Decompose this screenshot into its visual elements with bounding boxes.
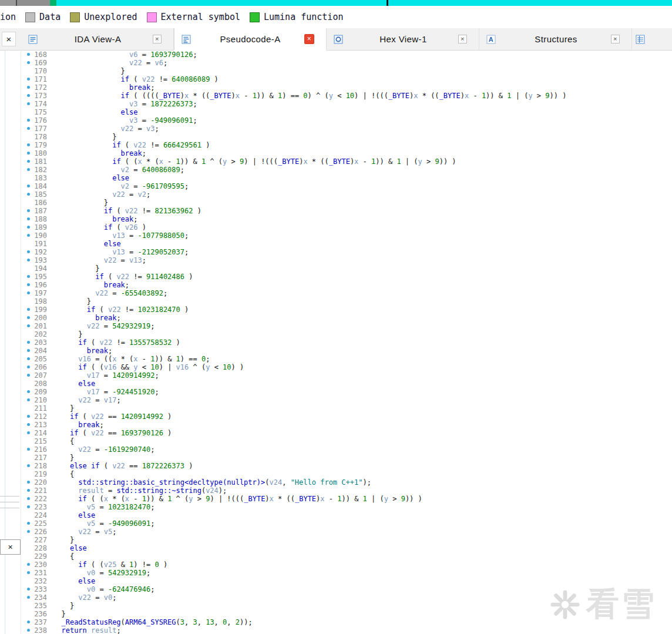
code-line[interactable]: 209 v17 = -924451920; <box>21 388 672 396</box>
code-line[interactable]: 238 return result; <box>21 626 672 634</box>
code-line[interactable]: 190 v13 = -1077988050; <box>21 232 672 240</box>
code-line[interactable]: 210 v22 = v17; <box>21 396 672 404</box>
code-line[interactable]: 202 } <box>21 330 672 338</box>
line-marker-dot <box>26 363 32 371</box>
code-line[interactable]: 213 break; <box>21 421 672 429</box>
code-line[interactable]: 229 { <box>21 552 672 561</box>
code-line[interactable]: 199 if ( v22 != 1023182470 ) <box>21 306 672 314</box>
line-marker-dot <box>26 421 32 429</box>
code-line[interactable]: 215 { <box>21 437 672 445</box>
line-number: 196 <box>32 281 47 289</box>
line-marker-dot <box>26 577 32 585</box>
code-line[interactable]: 232 else <box>21 577 672 585</box>
code-line[interactable]: 183 else <box>21 174 672 182</box>
code-line[interactable]: 214 if ( v22 == 1693790126 ) <box>21 429 672 437</box>
code-line[interactable]: 205 v16 = ((x * (x - 1)) & 1) == 0; <box>21 355 672 363</box>
code-line[interactable]: 182 v2 = 640086089; <box>21 166 672 174</box>
tab-hex-view[interactable]: Hex View-1× <box>327 28 479 50</box>
code-line[interactable]: 198 } <box>21 297 672 306</box>
code-line[interactable]: 175 else <box>21 108 672 116</box>
code-line[interactable]: 225 v5 = -949096091; <box>21 519 672 528</box>
code-line[interactable]: 220 std::string::basic_string<decltype(n… <box>21 478 672 487</box>
code-line[interactable]: 226 v22 = v5; <box>21 528 672 536</box>
code-line[interactable]: 184 v2 = -961709595; <box>21 182 672 190</box>
close-tab-button[interactable]: × <box>304 34 314 44</box>
code-text: v13 = -1077988050; <box>53 232 189 240</box>
close-tab-button[interactable]: × <box>611 35 620 43</box>
code-line[interactable]: 201 v22 = 542932919; <box>21 322 672 330</box>
code-line[interactable]: 172 break; <box>21 83 672 92</box>
code-line[interactable]: 200 break; <box>21 314 672 322</box>
code-line[interactable]: 222 if ( (x * (x - 1)) & 1 ^ (y > 9) | !… <box>21 495 672 503</box>
close-tab-button[interactable]: × <box>153 35 162 43</box>
code-line[interactable]: 187 if ( v22 != 821363962 ) <box>21 207 672 215</box>
code-line[interactable]: 194 } <box>21 264 672 273</box>
code-line[interactable]: 168 v6 = 1693790126; <box>21 51 672 59</box>
code-line[interactable]: 206 if ( (v16 && y < 10) | v16 ^ (y < 10… <box>21 363 672 371</box>
code-line[interactable]: 171 if ( v22 != 640086089 ) <box>21 75 672 83</box>
code-line[interactable]: 217 } <box>21 454 672 462</box>
code-line[interactable]: 195 if ( v22 != 911402486 ) <box>21 273 672 281</box>
tab-enums[interactable] <box>632 28 672 50</box>
code-line[interactable]: 170 } <box>21 67 672 75</box>
code-line[interactable]: 221 result = std::string::~string(v24); <box>21 487 672 495</box>
code-line[interactable]: 181 if ( (x * (x - 1)) & 1 ^ (y > 9) | !… <box>21 157 672 166</box>
code-line[interactable]: 204 break; <box>21 347 672 355</box>
code-line[interactable]: 231 v0 = 542932919; <box>21 569 672 577</box>
navigation-band[interactable] <box>0 0 672 6</box>
code-area[interactable]: 168 v6 = 1693790126;169 v22 = v6;170 }17… <box>21 51 672 634</box>
code-line[interactable]: 189 if ( v26 ) <box>21 223 672 232</box>
close-tab-button[interactable]: × <box>458 35 467 43</box>
code-line[interactable]: 223 v5 = 1023182470; <box>21 503 672 511</box>
code-text: break; <box>53 347 112 355</box>
code-line[interactable]: 178 } <box>21 133 672 141</box>
code-line[interactable]: 234 v22 = v0; <box>21 593 672 602</box>
line-marker-dot <box>26 544 32 552</box>
code-line[interactable]: 203 if ( v22 != 1355758532 ) <box>21 338 672 347</box>
code-line[interactable]: 219 { <box>21 470 672 478</box>
code-line[interactable]: 212 if ( v22 == 1420914992 ) <box>21 412 672 421</box>
tab-label: Structures <box>501 34 611 44</box>
left-pane-close-button[interactable]: × <box>2 32 16 46</box>
code-text: if ( v22 != 821363962 ) <box>53 207 201 215</box>
code-line[interactable]: 216 v22 = -1619290740; <box>21 445 672 454</box>
code-line[interactable]: 233 v0 = -624476946; <box>21 585 672 593</box>
code-line[interactable]: 169 v22 = v6; <box>21 59 672 67</box>
code-line[interactable]: 191 else <box>21 240 672 248</box>
tab-structures[interactable]: AStructures× <box>479 28 632 50</box>
legend-color-swatch <box>25 12 35 22</box>
tab-pseudocode[interactable]: Pseudocode-A× <box>174 28 327 51</box>
code-line[interactable]: 180 break; <box>21 149 672 157</box>
code-line[interactable]: 197 v22 = -655403892; <box>21 289 672 297</box>
code-line[interactable]: 218 else if ( v22 == 1872226373 ) <box>21 462 672 470</box>
tab-ida-view[interactable]: IDA View-A× <box>21 28 174 50</box>
code-line[interactable]: 179 if ( v22 != 666429561 ) <box>21 141 672 149</box>
code-line[interactable]: 192 v13 = -2129052037; <box>21 248 672 256</box>
code-line[interactable]: 235 } <box>21 602 672 610</box>
code-line[interactable]: 185 v22 = v2; <box>21 190 672 199</box>
code-line[interactable]: 208 else <box>21 380 672 388</box>
code-text: break; <box>53 149 146 157</box>
code-line[interactable]: 228 else <box>21 544 672 552</box>
code-line[interactable]: 224 else <box>21 511 672 519</box>
code-line[interactable]: 174 v3 = 1872226373; <box>21 100 672 108</box>
code-line[interactable]: 186 } <box>21 199 672 207</box>
code-line[interactable]: 196 break; <box>21 281 672 289</box>
line-number: 200 <box>32 314 47 322</box>
code-line[interactable]: 227 } <box>21 536 672 544</box>
code-line[interactable]: 211 } <box>21 404 672 412</box>
line-marker-dot <box>26 388 32 396</box>
svg-text:A: A <box>489 36 493 43</box>
line-number: 213 <box>32 421 47 429</box>
dock-panel-close-button[interactable]: × <box>0 539 21 555</box>
code-line[interactable]: 237 _ReadStatusReg(ARM64_SYSREG(3, 3, 13… <box>21 618 672 626</box>
code-line[interactable]: 193 v22 = v13; <box>21 256 672 264</box>
code-line[interactable]: 230 if ( (v25 & 1) != 0 ) <box>21 561 672 569</box>
code-line[interactable]: 188 break; <box>21 215 672 223</box>
code-line[interactable]: 207 v17 = 1420914992; <box>21 371 672 380</box>
code-line[interactable]: 173 if ( ((((_BYTE)x * ((_BYTE)x - 1)) &… <box>21 92 672 100</box>
splitter-grip[interactable] <box>0 496 19 514</box>
code-line[interactable]: 177 v22 = v3; <box>21 125 672 133</box>
code-line[interactable]: 176 v3 = -949096091; <box>21 116 672 125</box>
code-line[interactable]: 236 } <box>21 610 672 618</box>
